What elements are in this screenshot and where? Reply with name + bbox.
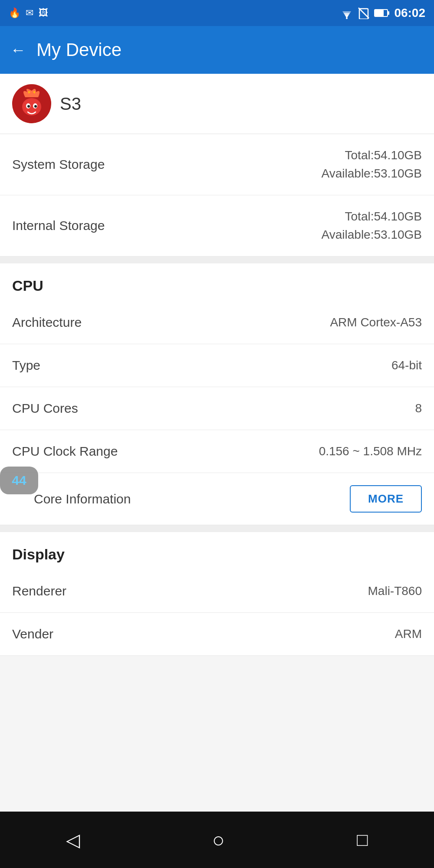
more-button[interactable]: MORE: [350, 485, 422, 513]
system-storage-available: Available:53.10GB: [322, 164, 422, 183]
type-row: Type 64-bit: [0, 344, 434, 387]
cpu-title: CPU: [12, 277, 43, 294]
battery-icon: [374, 8, 390, 18]
display-section-header: Display: [0, 532, 434, 570]
status-bar-left: 🔥 ✉ 🖼: [9, 7, 48, 19]
device-name: S3: [60, 94, 81, 114]
floating-badge: 44: [0, 467, 38, 494]
internal-storage-row: Internal Storage Total:54.10GB Available…: [0, 195, 434, 256]
nav-recents-icon[interactable]: □: [357, 829, 368, 850]
device-icon-svg: [12, 84, 51, 123]
display-title: Display: [12, 546, 65, 562]
svg-rect-8: [388, 11, 389, 15]
renderer-label: Renderer: [12, 584, 66, 598]
architecture-row: Architecture ARM Cortex-A53: [0, 301, 434, 344]
system-storage-value: Total:54.10GB Available:53.10GB: [322, 146, 422, 183]
svg-point-13: [27, 105, 30, 108]
internal-storage-value: Total:54.10GB Available:53.10GB: [322, 207, 422, 244]
type-value: 64-bit: [391, 356, 422, 375]
section-divider-cpu: [0, 256, 434, 263]
status-time: 06:02: [394, 6, 425, 20]
nav-back-icon[interactable]: ◁: [66, 829, 80, 851]
device-avatar: [12, 84, 51, 123]
status-bar: 🔥 ✉ 🖼 06:02: [0, 0, 434, 26]
app-bar: ← My Device: [0, 26, 434, 74]
type-label: Type: [12, 358, 40, 373]
svg-rect-7: [375, 10, 384, 16]
renderer-row: Renderer Mali-T860: [0, 570, 434, 613]
svg-point-14: [34, 105, 37, 108]
system-storage-total: Total:54.10GB: [322, 146, 422, 164]
cpu-section-header: CPU: [0, 263, 434, 301]
svg-line-5: [358, 8, 369, 18]
bottom-nav: ◁ ○ □: [0, 812, 434, 868]
fire-icon: 🔥: [9, 7, 20, 19]
section-divider-display: [0, 525, 434, 532]
system-storage-row: System Storage Total:54.10GB Available:5…: [0, 134, 434, 195]
renderer-value: Mali-T860: [368, 582, 422, 600]
internal-storage-label: Internal Storage: [12, 218, 105, 233]
architecture-label: Architecture: [12, 315, 82, 330]
mail-icon: ✉: [26, 7, 33, 19]
cpu-clock-value: 0.156 ~ 1.508 MHz: [319, 442, 422, 460]
cpu-clock-row: CPU Clock Range 0.156 ~ 1.508 MHz: [0, 430, 434, 473]
wifi-icon: [340, 7, 353, 19]
system-storage-label: System Storage: [12, 157, 105, 172]
svg-point-10: [22, 98, 41, 115]
vender-value: ARM: [395, 625, 422, 643]
nav-home-icon[interactable]: ○: [212, 828, 225, 852]
architecture-value: ARM Cortex-A53: [330, 313, 422, 332]
sim-off-icon: [358, 7, 370, 19]
internal-storage-total: Total:54.10GB: [322, 207, 422, 226]
vender-row: Vender ARM: [0, 613, 434, 656]
svg-point-3: [346, 17, 348, 19]
status-bar-right: 06:02: [340, 6, 425, 20]
cpu-cores-label: CPU Cores: [12, 401, 78, 416]
vender-label: Vender: [12, 627, 53, 641]
cpu-clock-label: CPU Clock Range: [12, 444, 118, 459]
core-info-row: Core Information MORE: [0, 473, 434, 525]
app-title: My Device: [36, 39, 122, 60]
cpu-cores-value: 8: [415, 399, 422, 418]
internal-storage-available: Available:53.10GB: [322, 226, 422, 244]
image-icon: 🖼: [39, 7, 48, 19]
cpu-cores-row: CPU Cores 8: [0, 387, 434, 430]
back-button[interactable]: ←: [10, 41, 26, 59]
device-header: S3: [0, 74, 434, 134]
